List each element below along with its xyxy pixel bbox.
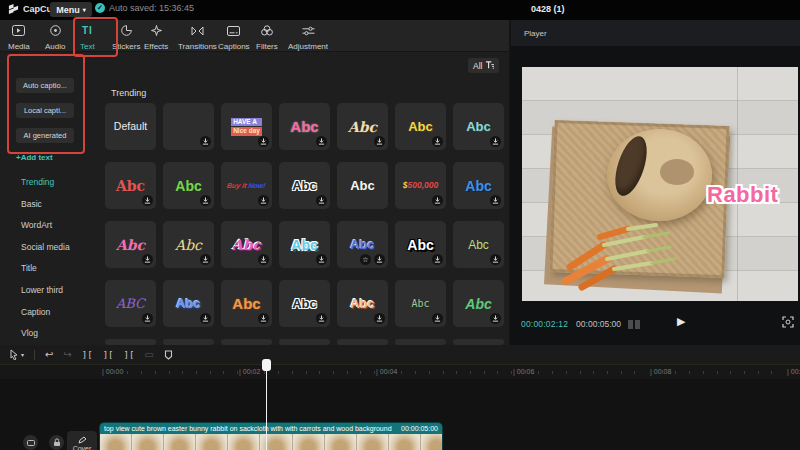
download-icon[interactable]: [200, 136, 211, 147]
text-style-tile[interactable]: Abc: [395, 103, 446, 150]
download-icon[interactable]: [316, 254, 327, 265]
download-icon[interactable]: [316, 195, 327, 206]
delete-right-icon[interactable]: ][: [123, 350, 134, 360]
sidebar-category-lower-third[interactable]: Lower third: [21, 285, 63, 295]
download-icon[interactable]: [200, 195, 211, 206]
text-style-tile[interactable]: Abc: [279, 103, 330, 150]
aspect-ratio-icon[interactable]: [628, 320, 640, 329]
download-icon[interactable]: [490, 136, 501, 147]
text-style-tile[interactable]: Abc: [395, 221, 446, 268]
text-style-tile[interactable]: Abc: [163, 221, 214, 268]
sidebar-item-auto-captio-[interactable]: Auto captio...: [16, 78, 74, 93]
text-style-tile[interactable]: Abc: [279, 162, 330, 209]
sidebar-item-ai-generated[interactable]: AI generated: [16, 128, 74, 143]
download-icon[interactable]: [432, 195, 443, 206]
rabbit-text-overlay[interactable]: Rabbit: [707, 182, 778, 208]
text-style-tile[interactable]: $500,000: [395, 162, 446, 209]
download-icon[interactable]: [374, 313, 385, 324]
text-style-tile[interactable]: Abc: [337, 280, 388, 327]
download-icon[interactable]: [142, 313, 153, 324]
redo-icon[interactable]: ↪: [63, 350, 71, 360]
split-icon[interactable]: ][: [82, 350, 93, 360]
play-button[interactable]: ▶: [677, 315, 685, 328]
text-style-tile[interactable]: Abc: [453, 221, 504, 268]
download-icon[interactable]: [432, 313, 443, 324]
tab-filters[interactable]: Filters: [256, 22, 278, 51]
undo-icon[interactable]: ↩: [45, 350, 53, 360]
text-style-tile[interactable]: HAVE ANice day: [221, 103, 272, 150]
sidebar-category-caption[interactable]: Caption: [21, 307, 50, 317]
delete-left-icon[interactable]: ][: [103, 350, 114, 360]
download-icon[interactable]: [432, 254, 443, 265]
text-style-tile[interactable]: ABC: [105, 280, 156, 327]
text-style-tile[interactable]: Abc: [453, 162, 504, 209]
sidebar-category-vlog[interactable]: Vlog: [21, 328, 38, 338]
timeline-ruler[interactable]: | 00:00| 00:02| 00:04| 00:06| 00:08| 00:…: [0, 364, 800, 380]
sidebar-category-trending[interactable]: Trending: [21, 177, 54, 187]
download-icon[interactable]: [142, 254, 153, 265]
text-icon: TI: [82, 24, 93, 37]
download-icon[interactable]: [258, 136, 269, 147]
tab-text[interactable]: TIText: [80, 22, 95, 51]
tab-captions[interactable]: Captions: [218, 22, 250, 51]
video-clip[interactable]: top view cute brown easter bunny rabbit …: [100, 423, 442, 450]
download-icon[interactable]: [258, 254, 269, 265]
download-icon[interactable]: [258, 195, 269, 206]
tab-effects[interactable]: Effects: [144, 22, 168, 51]
tab-stickers[interactable]: Stickers: [112, 22, 140, 51]
tab-adjustment[interactable]: Adjustment: [288, 22, 328, 51]
sidebar-category-title[interactable]: Title: [21, 263, 37, 273]
download-icon[interactable]: [200, 313, 211, 324]
menu-button[interactable]: Menu ▾: [50, 2, 92, 17]
sidebar-item-local-capti-[interactable]: Local capti...: [16, 103, 74, 118]
text-style-tile[interactable]: Abc: [337, 103, 388, 150]
select-tool-icon[interactable]: ▾: [10, 349, 24, 360]
download-icon[interactable]: [432, 136, 443, 147]
text-style-tile[interactable]: Abc: [453, 280, 504, 327]
download-icon[interactable]: [374, 254, 385, 265]
download-icon[interactable]: [142, 195, 153, 206]
sidebar-category-basic[interactable]: Basic: [21, 199, 42, 209]
text-style-tile[interactable]: Abc: [163, 162, 214, 209]
text-style-tile[interactable]: Buy It Now!: [221, 162, 272, 209]
video-preview[interactable]: Rabbit: [522, 67, 798, 301]
text-style-tile[interactable]: [163, 103, 214, 150]
cover-button[interactable]: Cover: [67, 431, 97, 450]
playhead-line[interactable]: [266, 361, 267, 450]
favorite-star-icon[interactable]: ☆: [360, 254, 371, 265]
sidebar-category-social-media[interactable]: Social media: [21, 242, 70, 252]
text-style-tile[interactable]: Abc: [337, 162, 388, 209]
text-style-tile[interactable]: Abc: [221, 221, 272, 268]
playhead-handle[interactable]: [262, 359, 271, 371]
tab-media[interactable]: Media: [8, 22, 30, 51]
download-icon[interactable]: [200, 254, 211, 265]
download-icon[interactable]: [490, 195, 501, 206]
main-track-icon[interactable]: [23, 435, 38, 450]
sidebar-category-wordart[interactable]: WordArt: [21, 220, 52, 230]
text-style-tile[interactable]: Abc☆: [337, 221, 388, 268]
crop-icon[interactable]: ▭: [144, 350, 153, 360]
download-icon[interactable]: [316, 136, 327, 147]
download-icon[interactable]: [490, 313, 501, 324]
tab-audio[interactable]: Audio: [45, 22, 65, 51]
lock-track-icon[interactable]: [49, 435, 64, 450]
filter-all-button[interactable]: All: [468, 58, 499, 73]
tab-transitions[interactable]: Transitions: [178, 22, 217, 51]
download-icon[interactable]: [258, 313, 269, 324]
mark-flag-icon[interactable]: [164, 350, 173, 360]
text-style-tile[interactable]: Abc: [453, 103, 504, 150]
text-style-tile[interactable]: Abc: [221, 280, 272, 327]
text-style-tile[interactable]: Abc: [105, 221, 156, 268]
text-style-tile[interactable]: Abc: [163, 280, 214, 327]
text-style-tile[interactable]: Abc: [279, 221, 330, 268]
download-icon[interactable]: [490, 254, 501, 265]
text-style-tile[interactable]: Abc: [279, 280, 330, 327]
sidebar-item-add-text[interactable]: +Add text: [16, 153, 53, 162]
text-style-tile[interactable]: Abc: [395, 280, 446, 327]
ruler-label: | 00:00: [102, 368, 123, 375]
text-style-tile[interactable]: Default: [105, 103, 156, 150]
download-icon[interactable]: [316, 313, 327, 324]
text-style-tile[interactable]: Abc: [105, 162, 156, 209]
download-icon[interactable]: [374, 136, 385, 147]
fullscreen-icon[interactable]: [782, 316, 794, 330]
